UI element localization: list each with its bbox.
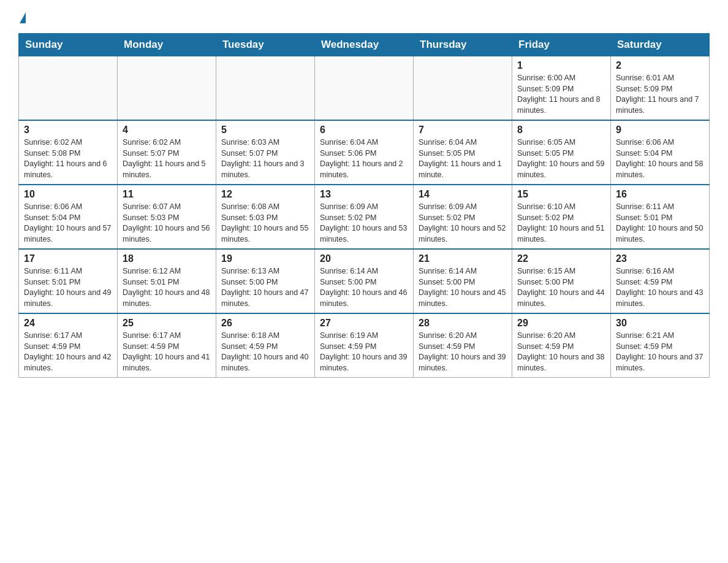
day-number: 19 [221, 253, 309, 264]
calendar-cell: 27Sunrise: 6:19 AMSunset: 4:59 PMDayligh… [315, 313, 414, 378]
day-number: 20 [320, 253, 408, 264]
day-number: 4 [123, 124, 211, 136]
day-number: 24 [24, 318, 112, 329]
calendar-cell: 23Sunrise: 6:16 AMSunset: 4:59 PMDayligh… [611, 249, 710, 313]
day-sun-info: Sunrise: 6:14 AMSunset: 5:00 PMDaylight:… [419, 266, 507, 309]
day-of-week-header: Thursday [414, 34, 512, 56]
day-of-week-header: Monday [118, 34, 216, 56]
day-number: 17 [24, 253, 112, 264]
calendar-cell: 9Sunrise: 6:06 AMSunset: 5:04 PMDaylight… [611, 120, 710, 185]
day-number: 12 [221, 189, 309, 200]
day-number: 9 [616, 124, 704, 136]
calendar-cell: 29Sunrise: 6:20 AMSunset: 4:59 PMDayligh… [512, 313, 611, 378]
day-sun-info: Sunrise: 6:17 AMSunset: 4:59 PMDaylight:… [123, 331, 211, 373]
day-sun-info: Sunrise: 6:18 AMSunset: 4:59 PMDaylight:… [221, 331, 309, 373]
calendar-cell: 7Sunrise: 6:04 AMSunset: 5:05 PMDaylight… [414, 120, 512, 185]
day-sun-info: Sunrise: 6:15 AMSunset: 5:00 PMDaylight:… [517, 266, 605, 309]
day-sun-info: Sunrise: 6:09 AMSunset: 5:02 PMDaylight:… [419, 202, 507, 245]
calendar-cell: 13Sunrise: 6:09 AMSunset: 5:02 PMDayligh… [315, 185, 414, 249]
day-of-week-header: Friday [512, 34, 611, 56]
calendar-cell: 5Sunrise: 6:03 AMSunset: 5:07 PMDaylight… [216, 120, 315, 185]
calendar-cell: 21Sunrise: 6:14 AMSunset: 5:00 PMDayligh… [414, 249, 512, 313]
day-sun-info: Sunrise: 6:10 AMSunset: 5:02 PMDaylight:… [517, 202, 605, 245]
calendar-week-row: 1Sunrise: 6:00 AMSunset: 5:09 PMDaylight… [19, 56, 710, 121]
day-number: 22 [517, 253, 605, 264]
day-number: 11 [123, 189, 211, 200]
day-sun-info: Sunrise: 6:20 AMSunset: 4:59 PMDaylight:… [517, 331, 605, 373]
calendar-cell: 30Sunrise: 6:21 AMSunset: 4:59 PMDayligh… [611, 313, 710, 378]
day-of-week-header: Tuesday [216, 34, 315, 56]
day-number: 23 [616, 253, 704, 264]
day-of-week-header: Wednesday [315, 34, 414, 56]
day-sun-info: Sunrise: 6:06 AMSunset: 5:04 PMDaylight:… [24, 202, 112, 245]
logo-triangle-icon [20, 12, 26, 23]
calendar-cell: 22Sunrise: 6:15 AMSunset: 5:00 PMDayligh… [512, 249, 611, 313]
day-number: 18 [123, 253, 211, 264]
calendar-cell [216, 56, 315, 121]
calendar-cell: 11Sunrise: 6:07 AMSunset: 5:03 PMDayligh… [118, 185, 216, 249]
day-sun-info: Sunrise: 6:11 AMSunset: 5:01 PMDaylight:… [616, 202, 704, 245]
calendar-cell: 26Sunrise: 6:18 AMSunset: 4:59 PMDayligh… [216, 313, 315, 378]
calendar-week-row: 17Sunrise: 6:11 AMSunset: 5:01 PMDayligh… [19, 249, 710, 313]
day-sun-info: Sunrise: 6:09 AMSunset: 5:02 PMDaylight:… [320, 202, 408, 245]
day-sun-info: Sunrise: 6:05 AMSunset: 5:05 PMDaylight:… [517, 137, 605, 180]
day-sun-info: Sunrise: 6:16 AMSunset: 4:59 PMDaylight:… [616, 266, 704, 309]
day-number: 6 [320, 124, 408, 136]
day-number: 30 [616, 318, 704, 329]
calendar-cell: 3Sunrise: 6:02 AMSunset: 5:08 PMDaylight… [19, 120, 118, 185]
day-sun-info: Sunrise: 6:21 AMSunset: 4:59 PMDaylight:… [616, 331, 704, 373]
calendar-cell: 12Sunrise: 6:08 AMSunset: 5:03 PMDayligh… [216, 185, 315, 249]
day-number: 27 [320, 318, 408, 329]
calendar-cell: 10Sunrise: 6:06 AMSunset: 5:04 PMDayligh… [19, 185, 118, 249]
calendar-header-row: SundayMondayTuesdayWednesdayThursdayFrid… [19, 34, 710, 56]
calendar-cell: 16Sunrise: 6:11 AMSunset: 5:01 PMDayligh… [611, 185, 710, 249]
calendar-week-row: 10Sunrise: 6:06 AMSunset: 5:04 PMDayligh… [19, 185, 710, 249]
day-number: 15 [517, 189, 605, 200]
day-sun-info: Sunrise: 6:01 AMSunset: 5:09 PMDaylight:… [616, 73, 704, 116]
calendar-cell: 2Sunrise: 6:01 AMSunset: 5:09 PMDaylight… [611, 56, 710, 121]
day-sun-info: Sunrise: 6:19 AMSunset: 4:59 PMDaylight:… [320, 331, 408, 373]
calendar-cell: 15Sunrise: 6:10 AMSunset: 5:02 PMDayligh… [512, 185, 611, 249]
calendar-cell: 4Sunrise: 6:02 AMSunset: 5:07 PMDaylight… [118, 120, 216, 185]
day-number: 5 [221, 124, 309, 136]
day-sun-info: Sunrise: 6:04 AMSunset: 5:05 PMDaylight:… [419, 137, 507, 180]
day-sun-info: Sunrise: 6:17 AMSunset: 4:59 PMDaylight:… [24, 331, 112, 373]
page-header [18, 12, 710, 23]
day-sun-info: Sunrise: 6:00 AMSunset: 5:09 PMDaylight:… [517, 73, 605, 116]
day-number: 8 [517, 124, 605, 136]
day-number: 2 [616, 60, 704, 71]
day-number: 16 [616, 189, 704, 200]
day-number: 13 [320, 189, 408, 200]
day-sun-info: Sunrise: 6:07 AMSunset: 5:03 PMDaylight:… [123, 202, 211, 245]
calendar-cell: 19Sunrise: 6:13 AMSunset: 5:00 PMDayligh… [216, 249, 315, 313]
day-number: 7 [419, 124, 507, 136]
day-sun-info: Sunrise: 6:06 AMSunset: 5:04 PMDaylight:… [616, 137, 704, 180]
day-sun-info: Sunrise: 6:02 AMSunset: 5:08 PMDaylight:… [24, 137, 112, 180]
day-of-week-header: Saturday [611, 34, 710, 56]
day-number: 10 [24, 189, 112, 200]
day-number: 25 [123, 318, 211, 329]
day-number: 21 [419, 253, 507, 264]
calendar-cell: 28Sunrise: 6:20 AMSunset: 4:59 PMDayligh… [414, 313, 512, 378]
day-sun-info: Sunrise: 6:11 AMSunset: 5:01 PMDaylight:… [24, 266, 112, 309]
day-number: 3 [24, 124, 112, 136]
calendar-cell: 1Sunrise: 6:00 AMSunset: 5:09 PMDaylight… [512, 56, 611, 121]
calendar-cell [414, 56, 512, 121]
calendar-cell: 8Sunrise: 6:05 AMSunset: 5:05 PMDaylight… [512, 120, 611, 185]
calendar-cell [118, 56, 216, 121]
calendar-cell: 24Sunrise: 6:17 AMSunset: 4:59 PMDayligh… [19, 313, 118, 378]
day-number: 26 [221, 318, 309, 329]
day-number: 29 [517, 318, 605, 329]
day-sun-info: Sunrise: 6:12 AMSunset: 5:01 PMDaylight:… [123, 266, 211, 309]
calendar-table: SundayMondayTuesdayWednesdayThursdayFrid… [18, 33, 710, 378]
calendar-cell [315, 56, 414, 121]
day-sun-info: Sunrise: 6:03 AMSunset: 5:07 PMDaylight:… [221, 137, 309, 180]
day-number: 14 [419, 189, 507, 200]
day-sun-info: Sunrise: 6:13 AMSunset: 5:00 PMDaylight:… [221, 266, 309, 309]
day-number: 28 [419, 318, 507, 329]
calendar-cell: 14Sunrise: 6:09 AMSunset: 5:02 PMDayligh… [414, 185, 512, 249]
day-sun-info: Sunrise: 6:14 AMSunset: 5:00 PMDaylight:… [320, 266, 408, 309]
logo [18, 12, 26, 23]
day-sun-info: Sunrise: 6:08 AMSunset: 5:03 PMDaylight:… [221, 202, 309, 245]
calendar-cell: 25Sunrise: 6:17 AMSunset: 4:59 PMDayligh… [118, 313, 216, 378]
